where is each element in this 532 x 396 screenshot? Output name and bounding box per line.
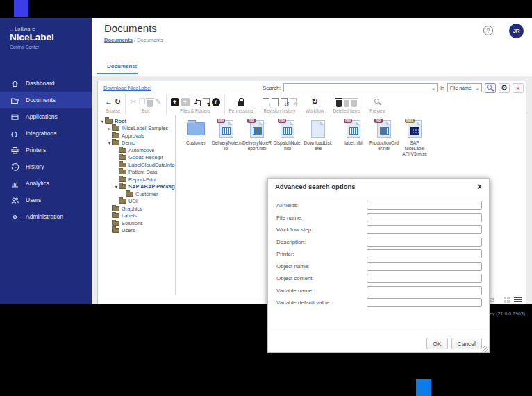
expander-closed-icon[interactable]: ▸ bbox=[107, 126, 112, 131]
breadcrumb-link[interactable]: Documents bbox=[104, 37, 133, 43]
sidebar-item-printers[interactable]: Printers bbox=[0, 142, 92, 158]
file-name: Customer bbox=[181, 140, 210, 146]
expander-open-icon[interactable]: ▾ bbox=[114, 184, 119, 189]
refresh-icon[interactable]: ↻ bbox=[115, 98, 121, 106]
window-icon bbox=[10, 112, 19, 122]
purge-icon[interactable] bbox=[344, 100, 349, 107]
field-row-variable-default-value: Variable default value: bbox=[276, 297, 482, 309]
users-icon bbox=[10, 195, 19, 205]
copy-icon[interactable]: ❐ bbox=[138, 98, 145, 106]
field-label: Description: bbox=[276, 239, 367, 245]
grid-view-icon[interactable] bbox=[504, 297, 510, 303]
expander-open-icon[interactable]: ▾ bbox=[100, 119, 105, 124]
tree-node[interactable]: ▾Demo bbox=[100, 140, 175, 147]
tree-node[interactable]: UDI bbox=[100, 198, 175, 206]
edit-icon[interactable]: ✎ bbox=[155, 98, 161, 106]
close-icon[interactable]: × bbox=[477, 183, 482, 191]
upload-file-icon[interactable]: + bbox=[171, 98, 179, 106]
search-settings-button[interactable]: ⚙ bbox=[499, 83, 510, 93]
new-folder-icon[interactable]: + bbox=[192, 100, 201, 106]
toolbar-group-label: Workflow bbox=[306, 108, 324, 113]
cancel-button[interactable]: Cancel bbox=[451, 338, 482, 349]
tree-node[interactable]: Patient Data bbox=[100, 169, 175, 176]
file-name-input[interactable] bbox=[367, 213, 482, 222]
download-nicelabel-link[interactable]: Download NiceLabel bbox=[103, 85, 151, 91]
file-item-dispatchnote[interactable]: nlbl DispatchNote. nlbl bbox=[273, 118, 302, 151]
sidebar-item-analytics[interactable]: Analytics bbox=[0, 175, 92, 192]
tree-node-label: SAP ABAP Package bbox=[128, 183, 176, 190]
tree-node[interactable]: Goods Receipt bbox=[100, 154, 175, 162]
back-icon[interactable]: ← bbox=[105, 98, 113, 106]
revision-history-icon[interactable]: ↺ bbox=[281, 98, 288, 106]
nlbl-badge: nlbl bbox=[278, 119, 286, 124]
workflow-icon[interactable]: ↻ bbox=[312, 98, 318, 106]
file-item-downloadlist[interactable]: DownloadList. exe bbox=[304, 118, 333, 151]
tree-node-root[interactable]: ▾Root bbox=[100, 117, 175, 125]
file-name: label.nlbl bbox=[339, 140, 368, 146]
browser-toolbar: ← ↻ Browse ✂ ❐ ✎ Edit + bbox=[98, 94, 526, 115]
check-in-icon[interactable]: ↑ bbox=[272, 98, 279, 106]
help-icon[interactable]: ? bbox=[483, 26, 493, 35]
all-fields-input[interactable] bbox=[367, 201, 482, 210]
sidebar-item-users[interactable]: Users bbox=[0, 192, 92, 208]
sidebar-item-documents[interactable]: Documents bbox=[0, 92, 92, 108]
delete-icon[interactable] bbox=[147, 100, 153, 107]
tree-node[interactable]: ▸!NiceLabel-Samples bbox=[100, 125, 175, 133]
tree-node[interactable]: Graphics bbox=[100, 205, 175, 213]
chevron-down-icon: ⌄ bbox=[475, 85, 479, 91]
undo-checkout-icon[interactable]: ↶ bbox=[290, 98, 297, 106]
tree-node[interactable]: Customer bbox=[100, 190, 175, 198]
workflow-step-input[interactable] bbox=[367, 225, 482, 234]
restore-deleted-icon[interactable] bbox=[336, 100, 342, 107]
preview-icon[interactable] bbox=[374, 99, 379, 104]
toolbar-group-label: Deleted items bbox=[333, 108, 361, 113]
tree-node[interactable]: Report-Print bbox=[100, 176, 175, 183]
avatar[interactable]: JR bbox=[509, 24, 524, 38]
nlbl-file-icon: nlbl bbox=[347, 120, 360, 138]
tree-node[interactable]: Solutions bbox=[100, 220, 175, 227]
sidebar-item-applications[interactable]: Applications bbox=[0, 108, 92, 125]
cut-icon[interactable]: ✂ bbox=[130, 98, 136, 106]
file-info-icon[interactable]: i bbox=[212, 98, 220, 106]
resize-handle-icon[interactable] bbox=[483, 346, 488, 352]
lock-icon[interactable] bbox=[238, 101, 244, 106]
sidebar-item-dashboard[interactable]: Dashboard bbox=[0, 75, 92, 92]
file-item-sap-nicelabel-api[interactable]: misx SAP NiceLabel API V3.misx bbox=[400, 118, 429, 156]
variable-name-input[interactable] bbox=[367, 286, 482, 295]
expander-open-icon[interactable]: ▾ bbox=[107, 140, 112, 145]
tree-node[interactable]: Approvals bbox=[100, 132, 175, 140]
file-item-label[interactable]: nlbl label.nlbl bbox=[339, 118, 368, 146]
upload-file-disabled-icon[interactable]: + bbox=[181, 98, 190, 106]
ok-button[interactable]: OK bbox=[426, 338, 447, 349]
file-item-deliverynote[interactable]: nlbl DeliveryNote.n- lbl bbox=[212, 118, 241, 151]
combo-arrow-icon[interactable]: ⌄ bbox=[431, 85, 435, 91]
folder-icon bbox=[112, 133, 119, 138]
tab-documents[interactable]: Documents bbox=[99, 63, 146, 69]
object-name-input[interactable] bbox=[367, 262, 482, 271]
search-button[interactable] bbox=[485, 83, 496, 93]
tree-node-selected[interactable]: ▾SAP ABAP Package bbox=[100, 183, 175, 191]
object-content-input[interactable] bbox=[367, 274, 482, 283]
printer-input[interactable] bbox=[367, 249, 482, 258]
description-input[interactable] bbox=[367, 238, 482, 247]
variable-default-value-input[interactable] bbox=[367, 298, 482, 307]
sidebar-item-integrations[interactable]: { } Integrations bbox=[0, 125, 92, 142]
tree-node[interactable]: Labels bbox=[100, 213, 175, 220]
tree-node[interactable]: Automotive bbox=[100, 147, 175, 154]
folder-icon bbox=[119, 199, 126, 204]
move-file-icon[interactable]: ↴ bbox=[203, 98, 210, 106]
file-item-deliverynotereport[interactable]: nlbl DeliveryNoteR eport.nlbl bbox=[242, 118, 272, 151]
list-view-icon[interactable] bbox=[514, 297, 522, 303]
tree-node[interactable]: Users bbox=[100, 227, 175, 235]
sidebar-item-history[interactable]: History bbox=[0, 158, 92, 175]
sidebar-item-administration[interactable]: Administration bbox=[0, 208, 92, 225]
purge-all-icon[interactable] bbox=[351, 100, 357, 107]
clear-search-button[interactable]: × bbox=[513, 83, 524, 93]
file-item-customer[interactable]: Customer bbox=[181, 118, 210, 146]
check-out-icon[interactable]: ↓ bbox=[263, 98, 269, 106]
search-scope-select[interactable]: File name⌄ bbox=[447, 83, 482, 92]
file-item-productionorder[interactable]: nlbl ProductionOrd er.nlbl bbox=[369, 118, 399, 151]
search-input[interactable]: ⌄ bbox=[283, 83, 438, 92]
tree-node[interactable]: LabelCloudDataIntegration bbox=[100, 161, 175, 169]
field-row-object-name: Object name: bbox=[276, 261, 482, 273]
